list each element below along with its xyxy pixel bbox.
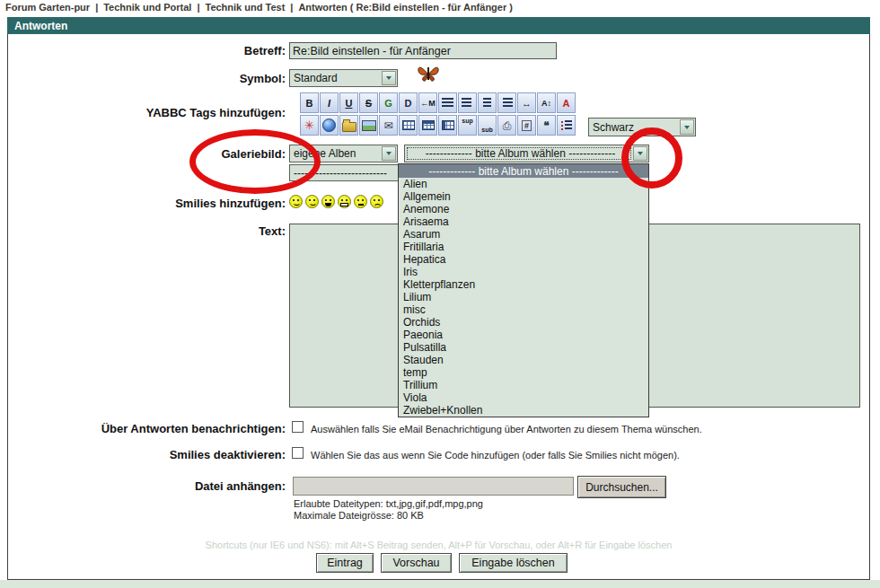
allowed-filetypes-note: Erlaubte Dateitypen: txt,jpg,gif,pdf,mpg…	[294, 498, 483, 509]
album-options: AlienAllgemeinAnemoneArisaemaAsarumFriti…	[399, 178, 648, 417]
preview-button[interactable]: Vorschau	[381, 553, 452, 573]
submit-button[interactable]: Eintrag	[316, 553, 374, 573]
yabbc-toolbar-row1: BIUSGD←M↔A↕A	[300, 92, 576, 113]
gallery-image-select-value: --------------------------	[294, 167, 387, 180]
font-color-select-value: Schwarz	[593, 121, 634, 134]
list-icon[interactable]	[557, 115, 576, 136]
attach-file-input[interactable]	[293, 477, 574, 496]
album-option[interactable]: Pulsatilla	[399, 341, 648, 354]
breadcrumb: Forum Garten-pur|Technik und Portal|Tech…	[5, 2, 513, 13]
subject-label: Betreff:	[244, 44, 286, 57]
yabbc-label: YABBC Tags hinzufügen:	[146, 106, 286, 119]
underline-icon[interactable]: U	[339, 92, 358, 113]
smiley-icon[interactable]	[289, 195, 303, 208]
marquee-icon[interactable]: ←M	[418, 92, 437, 113]
font-color-select[interactable]: Schwarz	[588, 118, 696, 136]
album-option[interactable]: Orchids	[399, 316, 648, 329]
notify-checkbox[interactable]	[292, 421, 304, 433]
subject-input[interactable]	[289, 42, 557, 59]
breadcrumb-separator: |	[95, 2, 98, 13]
attach-label: Datei anhängen:	[195, 479, 286, 493]
smilies-label: Smilies hinzufügen:	[175, 197, 286, 210]
glow-icon[interactable]: G	[379, 92, 398, 113]
album-option[interactable]: Trillium	[399, 379, 648, 391]
subscript-icon[interactable]: sub	[478, 115, 497, 136]
reply-form-page: Forum Garten-pur|Technik und Portal|Tech…	[0, 0, 880, 588]
table-icon[interactable]	[399, 115, 418, 136]
angry-icon[interactable]	[354, 195, 367, 208]
table-column-icon[interactable]	[438, 115, 457, 136]
album-option[interactable]: Asarum	[399, 228, 648, 241]
image-icon[interactable]	[359, 115, 378, 136]
clear-button[interactable]: Eingabe löschen	[459, 553, 568, 573]
text-label: Text:	[259, 224, 286, 238]
butterfly-icon	[417, 64, 440, 83]
browse-button[interactable]: Durchsuchen...	[577, 476, 666, 498]
strikethrough-icon[interactable]: S	[359, 92, 378, 113]
album-option[interactable]: Kletterpflanzen	[399, 278, 648, 291]
chevron-down-icon[interactable]	[382, 146, 396, 161]
album-option[interactable]: Viola	[399, 391, 648, 404]
album-option[interactable]: Iris	[399, 266, 648, 278]
italic-icon[interactable]: I	[320, 92, 339, 113]
disable-smilies-checkbox[interactable]	[292, 447, 304, 459]
breadcrumb-current: Antworten ( Re:Bild einstellen - für Anf…	[298, 2, 513, 13]
album-select-value: ------------- bitte Album wählen -------…	[426, 147, 615, 160]
album-select[interactable]: ------------- bitte Album wählen -------…	[404, 145, 649, 162]
yabbc-toolbar-row2: ✳✉supsub⎙#❝	[300, 115, 576, 136]
gallery-label: Galeriebild:	[221, 147, 286, 161]
wink-icon[interactable]	[305, 195, 319, 208]
page-bottom-strip	[0, 580, 880, 588]
quote-icon[interactable]: ❝	[537, 115, 556, 136]
preformat-icon[interactable]	[438, 92, 457, 113]
album-type-select-value: eigene Alben	[294, 147, 356, 160]
panel-title: Antworten	[7, 17, 870, 34]
album-option[interactable]: Paeonia	[399, 329, 648, 341]
symbol-select[interactable]: Standard	[289, 69, 398, 87]
font-color-icon[interactable]: A	[557, 92, 576, 113]
album-option[interactable]: Arisaema	[399, 215, 648, 228]
chevron-down-icon[interactable]	[382, 71, 396, 85]
chevron-down-icon[interactable]	[680, 119, 694, 135]
album-option[interactable]: Anemone	[399, 203, 648, 215]
breadcrumb-link-forum[interactable]: Forum Garten-pur	[5, 2, 90, 13]
cheesy-icon[interactable]	[321, 195, 335, 208]
align-right-icon[interactable]	[497, 92, 516, 113]
album-option[interactable]: Zwiebel+Knollen	[399, 404, 648, 417]
print-icon[interactable]: ⎙	[497, 115, 516, 136]
album-option[interactable]: Hepatica	[399, 253, 648, 266]
flash-icon[interactable]: ✳	[300, 115, 319, 136]
breadcrumb-link-topic[interactable]: Technik und Test	[205, 2, 285, 13]
email-icon[interactable]: ✉	[379, 115, 398, 136]
ftp-icon[interactable]	[339, 115, 358, 136]
shadow-icon[interactable]: D	[399, 92, 418, 113]
smiley-row	[289, 195, 383, 208]
code-icon[interactable]: #	[517, 115, 536, 136]
shortcuts-hint: Shortcuts (nur IE6 und NS6): mit Alt+S B…	[7, 540, 870, 550]
album-option[interactable]: Fritillaria	[399, 241, 648, 253]
album-option[interactable]: misc	[399, 303, 648, 316]
notify-label: Über Antworten benachrichtigen:	[101, 422, 286, 435]
align-left-icon[interactable]	[458, 92, 477, 113]
notify-description: Auswählen falls Sie eMail Benachrichtigu…	[311, 424, 702, 434]
table-header-icon[interactable]	[418, 115, 437, 136]
chevron-down-icon[interactable]	[633, 146, 647, 161]
sad-icon[interactable]	[370, 195, 383, 208]
album-type-select[interactable]: eigene Alben	[289, 145, 398, 162]
disable-smilies-label: Smilies deaktivieren:	[170, 448, 286, 461]
album-option[interactable]: Allgemein	[399, 190, 648, 203]
link-icon[interactable]	[320, 115, 339, 136]
album-option[interactable]: Alien	[399, 178, 648, 190]
breadcrumb-link-board[interactable]: Technik und Portal	[103, 2, 191, 13]
album-option[interactable]: temp	[399, 366, 648, 379]
bold-icon[interactable]: B	[300, 92, 319, 113]
album-option[interactable]: Lilium	[399, 291, 648, 303]
grin-icon[interactable]	[338, 195, 351, 208]
superscript-icon[interactable]: sup	[458, 115, 477, 136]
hr-icon[interactable]: ↔	[517, 92, 536, 113]
breadcrumb-separator: |	[290, 2, 293, 13]
album-option-placeholder[interactable]: ------------- bitte Album wählen -------…	[399, 164, 648, 178]
font-size-icon[interactable]: A↕	[537, 92, 556, 113]
album-option[interactable]: Stauden	[399, 354, 648, 366]
align-center-icon[interactable]	[478, 92, 497, 113]
